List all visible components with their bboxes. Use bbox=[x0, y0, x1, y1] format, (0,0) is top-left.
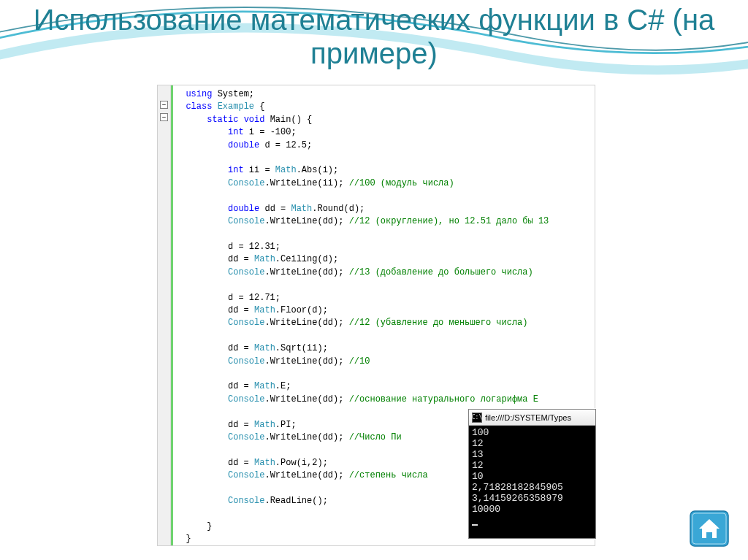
code-line bbox=[175, 330, 549, 342]
console-line: 100 bbox=[472, 427, 592, 438]
code-line: dd = Math.Ceiling(d); bbox=[175, 253, 549, 266]
console-body: 100121312102,718281828459053,14159265358… bbox=[469, 426, 595, 538]
code-line: dd = Math.Floor(d); bbox=[175, 304, 549, 317]
cmd-icon: C:\ bbox=[472, 413, 482, 423]
home-button[interactable] bbox=[690, 510, 729, 547]
console-line: 13 bbox=[472, 449, 592, 460]
code-line: Console.WriteLine(ii); //100 (модуль чис… bbox=[175, 177, 549, 190]
code-line: int i = -100; bbox=[175, 126, 549, 139]
code-line: class Example { bbox=[175, 101, 549, 113]
code-line: int ii = Math.Abs(i); bbox=[175, 164, 549, 177]
code-line: Console.WriteLine(dd); //12 (убавление д… bbox=[175, 317, 549, 329]
fold-button[interactable]: − bbox=[160, 101, 168, 109]
code-line: d = 12.31; bbox=[175, 241, 549, 253]
console-output-window: C:\ file:///D:/SYSTEM/Types 100121312102… bbox=[468, 409, 596, 539]
code-line: using System; bbox=[175, 88, 549, 101]
console-title-text: file:///D:/SYSTEM/Types bbox=[485, 413, 571, 422]
code-line: dd = Math.Sqrt(ii); bbox=[175, 342, 549, 355]
code-line bbox=[175, 190, 549, 202]
code-gutter: − − bbox=[158, 85, 171, 545]
fold-button[interactable]: − bbox=[160, 113, 168, 121]
code-line: Console.WriteLine(dd); //основание натур… bbox=[175, 394, 549, 406]
console-line: 3,14159265358979 bbox=[472, 493, 592, 504]
console-line: 12 bbox=[472, 438, 592, 449]
code-line bbox=[175, 279, 549, 291]
console-line: 10000 bbox=[472, 504, 592, 515]
console-titlebar: C:\ file:///D:/SYSTEM/Types bbox=[469, 410, 595, 426]
code-line: double dd = Math.Round(d); bbox=[175, 203, 549, 215]
slide-title: Использование математических функции в C… bbox=[0, 0, 748, 70]
console-line: 10 bbox=[472, 471, 592, 482]
code-change-bar bbox=[171, 85, 173, 545]
code-line: static void Main() { bbox=[175, 114, 549, 126]
code-line bbox=[175, 368, 549, 380]
console-line: 12 bbox=[472, 460, 592, 471]
code-line: d = 12.71; bbox=[175, 292, 549, 304]
code-line: Console.WriteLine(dd); //10 bbox=[175, 356, 549, 368]
code-line bbox=[175, 152, 549, 164]
console-cursor bbox=[472, 515, 592, 526]
code-line: Console.WriteLine(dd); //13 (добавление … bbox=[175, 266, 549, 279]
code-line bbox=[175, 228, 549, 240]
code-line: double d = 12.5; bbox=[175, 139, 549, 152]
console-line: 2,71828182845905 bbox=[472, 482, 592, 493]
code-line: dd = Math.E; bbox=[175, 380, 549, 393]
code-line: Console.WriteLine(dd); //12 (округление)… bbox=[175, 215, 549, 228]
